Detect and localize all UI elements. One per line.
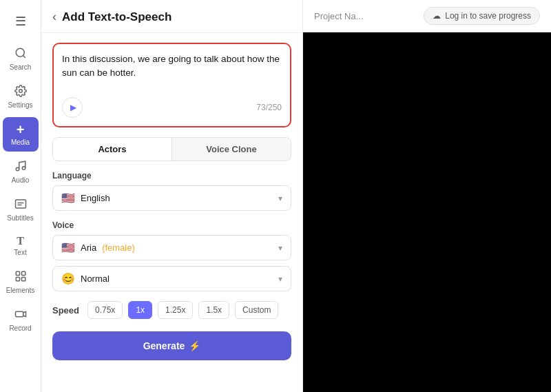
char-count: 73/250 bbox=[256, 103, 282, 112]
sidebar-item-audio-label: Audio bbox=[12, 176, 30, 184]
elements-icon bbox=[14, 270, 27, 285]
sidebar-item-media[interactable]: + Media bbox=[3, 117, 39, 152]
language-chevron-icon: ▾ bbox=[278, 194, 282, 203]
tab-actors[interactable]: Actors bbox=[53, 138, 172, 161]
speed-0-75x[interactable]: 0.75x bbox=[87, 301, 123, 319]
svg-point-2 bbox=[19, 90, 22, 93]
canvas-area: Project Na... ☁ Log in to save progress bbox=[303, 0, 551, 392]
main-panel: ‹ Add Text-to-Speech In this discussion,… bbox=[41, 0, 303, 392]
svg-point-0 bbox=[16, 48, 24, 56]
media-plus-icon: + bbox=[17, 123, 25, 136]
svg-rect-11 bbox=[21, 278, 25, 281]
voice-flag-icon: 🇺🇸 bbox=[61, 241, 75, 254]
tts-text-input[interactable]: In this discussion, we are going to talk… bbox=[62, 52, 282, 90]
svg-rect-8 bbox=[16, 271, 19, 275]
language-label: Language bbox=[52, 171, 291, 180]
voice-tone-select[interactable]: 😊 Normal ▾ bbox=[52, 266, 291, 291]
voice-gender: (female) bbox=[102, 243, 135, 253]
text-icon: T bbox=[17, 236, 24, 247]
language-value: English bbox=[81, 193, 110, 203]
speed-1-5x[interactable]: 1.5x bbox=[198, 301, 229, 319]
speed-1-25x[interactable]: 1.25x bbox=[158, 301, 193, 319]
speed-custom[interactable]: Custom bbox=[235, 301, 278, 319]
sidebar-item-search-label: Search bbox=[10, 63, 32, 71]
sidebar-item-subtitles-label: Subtitles bbox=[7, 214, 33, 222]
language-section: Language 🇺🇸 English ▾ bbox=[41, 171, 302, 211]
sidebar-item-settings-label: Settings bbox=[8, 101, 32, 109]
save-label: Log in to save progress bbox=[445, 11, 531, 21]
voice-actor-chevron-icon: ▾ bbox=[278, 243, 282, 253]
save-progress-button[interactable]: ☁ Log in to save progress bbox=[424, 7, 540, 25]
voice-label: Voice bbox=[52, 220, 291, 230]
cloud-icon: ☁ bbox=[433, 11, 441, 21]
svg-line-1 bbox=[23, 55, 25, 57]
sidebar-item-search[interactable]: Search bbox=[3, 41, 39, 76]
svg-point-4 bbox=[22, 167, 25, 170]
generate-label: Generate bbox=[143, 340, 185, 351]
text-footer: ▶ 73/250 bbox=[62, 97, 282, 118]
speed-section: Speed 0.75x 1x 1.25x 1.5x Custom bbox=[41, 301, 302, 319]
svg-rect-10 bbox=[16, 278, 19, 281]
sidebar-item-audio[interactable]: Audio bbox=[3, 154, 39, 189]
svg-rect-12 bbox=[15, 311, 23, 317]
video-canvas bbox=[303, 32, 551, 392]
voice-actor-left: 🇺🇸 Aria (female) bbox=[61, 241, 135, 254]
text-input-section: In this discussion, we are going to talk… bbox=[52, 43, 291, 127]
hamburger-icon[interactable]: ☰ bbox=[11, 7, 30, 36]
play-button[interactable]: ▶ bbox=[62, 97, 83, 118]
panel-title: Add Text-to-Speech bbox=[62, 10, 171, 24]
settings-icon bbox=[14, 85, 27, 99]
svg-rect-5 bbox=[15, 200, 25, 208]
sidebar-item-subtitles[interactable]: Subtitles bbox=[3, 192, 39, 227]
voice-name: Aria bbox=[81, 243, 96, 253]
record-icon bbox=[14, 308, 27, 322]
generate-button[interactable]: Generate ⚡ bbox=[52, 331, 291, 360]
voice-tone-left: 😊 Normal bbox=[61, 272, 110, 285]
speed-label: Speed bbox=[52, 305, 79, 316]
canvas-topbar: Project Na... ☁ Log in to save progress bbox=[303, 0, 551, 32]
voice-tone: Normal bbox=[81, 274, 110, 284]
sidebar-item-settings[interactable]: Settings bbox=[3, 79, 39, 114]
search-icon bbox=[14, 47, 27, 61]
sidebar: ☰ Search Settings + Media Audio Subtitle… bbox=[0, 0, 41, 392]
generate-emoji: ⚡ bbox=[189, 340, 200, 351]
sidebar-item-elements[interactable]: Elements bbox=[3, 265, 39, 300]
svg-rect-9 bbox=[21, 271, 25, 275]
back-button[interactable]: ‹ bbox=[52, 10, 56, 24]
language-select[interactable]: 🇺🇸 English ▾ bbox=[52, 185, 291, 211]
audio-icon bbox=[14, 160, 27, 174]
tone-emoji-icon: 😊 bbox=[61, 272, 75, 285]
sidebar-item-text-label: Text bbox=[14, 249, 26, 256]
language-select-left: 🇺🇸 English bbox=[61, 192, 110, 205]
sidebar-item-record-label: Record bbox=[9, 324, 31, 332]
svg-point-3 bbox=[16, 167, 19, 171]
us-flag-icon: 🇺🇸 bbox=[61, 192, 75, 205]
subtitles-icon bbox=[14, 198, 27, 212]
sidebar-item-record[interactable]: Record bbox=[3, 302, 39, 338]
sidebar-item-elements-label: Elements bbox=[6, 287, 35, 294]
voice-tone-chevron-icon: ▾ bbox=[278, 274, 282, 284]
voice-actor-select[interactable]: 🇺🇸 Aria (female) ▾ bbox=[52, 235, 291, 260]
sidebar-item-text[interactable]: T Text bbox=[3, 230, 39, 262]
voice-tabs: Actors Voice Clone bbox=[52, 137, 291, 161]
panel-header: ‹ Add Text-to-Speech bbox=[41, 0, 302, 33]
voice-section: Voice 🇺🇸 Aria (female) ▾ 😊 Normal ▾ bbox=[41, 220, 302, 291]
speed-1x[interactable]: 1x bbox=[128, 301, 152, 319]
sidebar-item-media-label: Media bbox=[11, 138, 30, 146]
project-name[interactable]: Project Na... bbox=[314, 11, 364, 21]
tab-voice-clone[interactable]: Voice Clone bbox=[172, 138, 291, 161]
